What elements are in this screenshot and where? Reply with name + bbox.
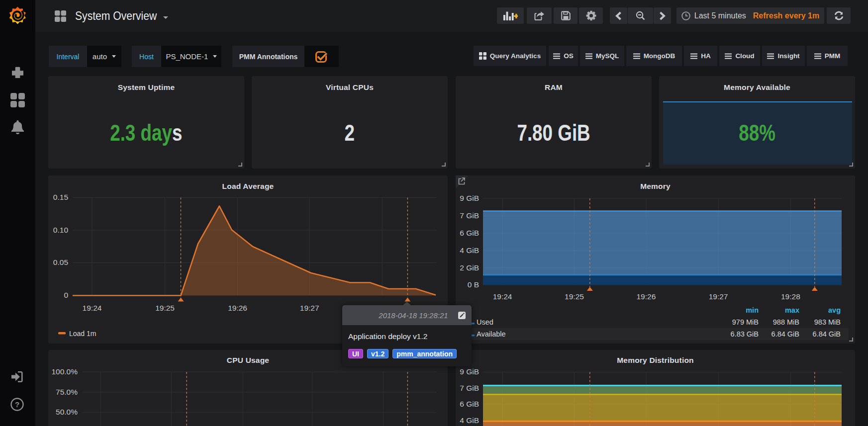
svg-text:0.10: 0.10 — [53, 226, 69, 234]
svg-text:6.84 GiB: 6.84 GiB — [772, 330, 799, 338]
svg-text:19:25: 19:25 — [155, 304, 175, 312]
svg-text:50.0%: 50.0% — [56, 408, 78, 416]
svg-text:19:24: 19:24 — [83, 304, 102, 312]
svg-text:Used: Used — [477, 318, 493, 326]
svg-text:?: ? — [15, 400, 19, 409]
svg-text:6.83 GiB: 6.83 GiB — [731, 330, 759, 338]
svg-text:19:28: 19:28 — [781, 292, 800, 301]
svg-text:988 MiB: 988 MiB — [773, 318, 799, 326]
svg-text:19:26: 19:26 — [228, 304, 247, 312]
svg-text:Load 1m: Load 1m — [69, 330, 96, 338]
svg-text:100.0%: 100.0% — [51, 367, 78, 376]
svg-text:19:27: 19:27 — [709, 292, 728, 301]
svg-text:19:27: 19:27 — [300, 304, 319, 312]
svg-text:max: max — [785, 306, 799, 314]
svg-text:6 GiB: 6 GiB — [460, 229, 479, 237]
svg-text:7 GiB: 7 GiB — [460, 211, 479, 220]
svg-text:983 MiB: 983 MiB — [814, 318, 841, 326]
svg-text:Available: Available — [477, 330, 506, 338]
svg-text:7 GiB: 7 GiB — [460, 384, 479, 392]
svg-text:19:24: 19:24 — [493, 292, 512, 301]
svg-text:6 GiB: 6 GiB — [460, 400, 479, 408]
svg-text:19:26: 19:26 — [637, 292, 656, 301]
svg-text:min: min — [746, 306, 759, 314]
svg-text:4 GiB: 4 GiB — [460, 246, 479, 255]
svg-text:avg: avg — [828, 306, 841, 314]
svg-text:19:25: 19:25 — [565, 292, 584, 301]
svg-text:0.15: 0.15 — [53, 193, 68, 201]
svg-text:0: 0 — [64, 291, 68, 299]
svg-text:979 MiB: 979 MiB — [732, 318, 759, 326]
svg-text:4 GiB: 4 GiB — [460, 416, 479, 425]
svg-text:6.84 GiB: 6.84 GiB — [813, 330, 841, 338]
svg-text:9 GiB: 9 GiB — [460, 367, 479, 376]
svg-text:0 B: 0 B — [468, 280, 479, 289]
svg-text:2 GiB: 2 GiB — [460, 263, 479, 272]
svg-text:9 GiB: 9 GiB — [460, 194, 479, 202]
svg-text:75.0%: 75.0% — [56, 388, 78, 396]
svg-text:0.05: 0.05 — [53, 258, 68, 266]
